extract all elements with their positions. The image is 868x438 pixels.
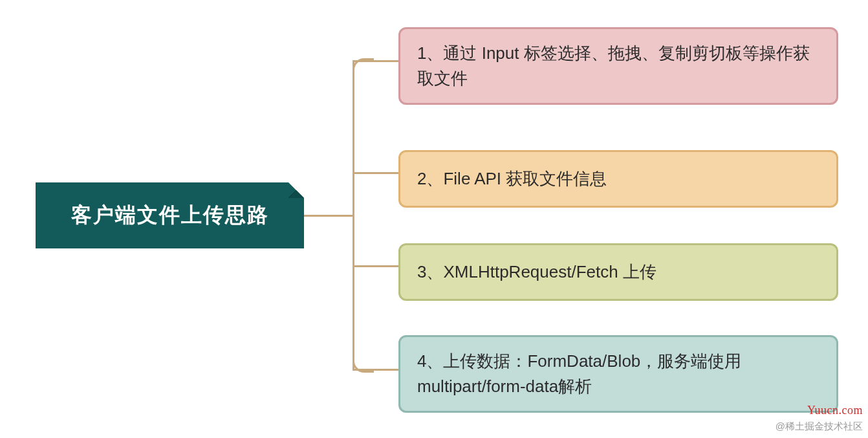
connector-trunk [304, 215, 353, 217]
step-node-2: 2、File API 获取文件信息 [398, 150, 838, 208]
root-title: 客户端文件上传思路 [71, 201, 269, 230]
watermark-site: Yuucn.com [807, 404, 863, 417]
root-node: 客户端文件上传思路 [36, 182, 304, 248]
connector-branch-4 [354, 369, 398, 371]
connector-vertical [353, 60, 354, 371]
step-text: 4、上传数据：FormData/Blob，服务端使用 multipart/for… [417, 351, 741, 396]
connector-branch-1 [354, 60, 398, 62]
step-text: 2、File API 获取文件信息 [417, 169, 607, 188]
watermark-credit: @稀土掘金技术社区 [776, 421, 863, 433]
connector-branch-2 [354, 172, 398, 174]
step-node-4: 4、上传数据：FormData/Blob，服务端使用 multipart/for… [398, 335, 838, 413]
mindmap-canvas: 客户端文件上传思路 1、通过 Input 标签选择、拖拽、复制剪切板等操作获取文… [0, 0, 868, 438]
step-node-1: 1、通过 Input 标签选择、拖拽、复制剪切板等操作获取文件 [398, 27, 838, 105]
step-text: 1、通过 Input 标签选择、拖拽、复制剪切板等操作获取文件 [417, 43, 810, 88]
step-text: 3、XMLHttpRequest/Fetch 上传 [417, 262, 656, 281]
step-node-3: 3、XMLHttpRequest/Fetch 上传 [398, 243, 838, 301]
connector-branch-3 [354, 265, 398, 267]
